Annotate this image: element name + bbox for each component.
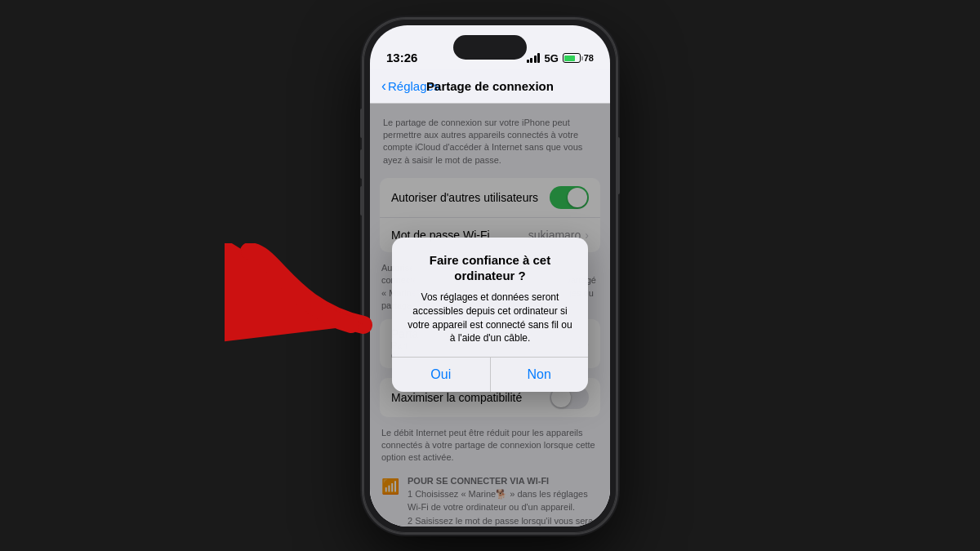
alert-message: Vos réglages et données seront accessibl…	[405, 291, 575, 345]
status-time: 13:26	[386, 51, 417, 64]
signal-bars	[527, 53, 541, 63]
battery-percentage: 78	[584, 53, 594, 63]
battery-body	[563, 53, 581, 63]
alert-buttons: Oui Non	[392, 357, 588, 392]
back-chevron-icon: ‹	[381, 78, 386, 93]
red-arrow-indicator	[225, 243, 388, 374]
dynamic-island	[453, 35, 527, 60]
battery: 78	[563, 53, 594, 63]
screen: 13:26 5G 78	[370, 25, 610, 527]
battery-tip	[581, 56, 583, 60]
nav-title: Partage de connexion	[426, 79, 554, 93]
alert-dialog: Faire confiance à cet ordinateur ? Vos r…	[392, 238, 588, 392]
network-type: 5G	[544, 52, 558, 64]
scene: 13:26 5G 78	[0, 0, 980, 551]
alert-non-button[interactable]: Non	[491, 358, 589, 392]
nav-bar: ‹ Réglages Partage de connexion	[370, 69, 610, 104]
content: Le partage de connexion sur votre iPhone…	[370, 104, 610, 527]
phone: 13:26 5G 78	[363, 19, 617, 533]
alert-overlay: Faire confiance à cet ordinateur ? Vos r…	[370, 104, 610, 527]
battery-fill	[564, 56, 575, 61]
alert-title: Faire confiance à cet ordinateur ?	[405, 252, 575, 284]
status-icons: 5G 78	[527, 52, 594, 64]
alert-content: Faire confiance à cet ordinateur ? Vos r…	[392, 238, 588, 357]
alert-oui-button[interactable]: Oui	[392, 358, 491, 392]
